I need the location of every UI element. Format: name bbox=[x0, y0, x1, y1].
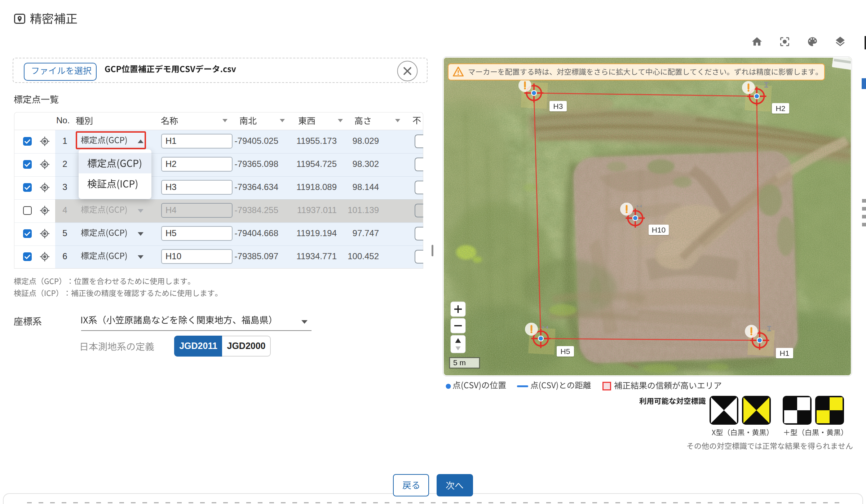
svg-text:5 m: 5 m bbox=[453, 358, 466, 367]
